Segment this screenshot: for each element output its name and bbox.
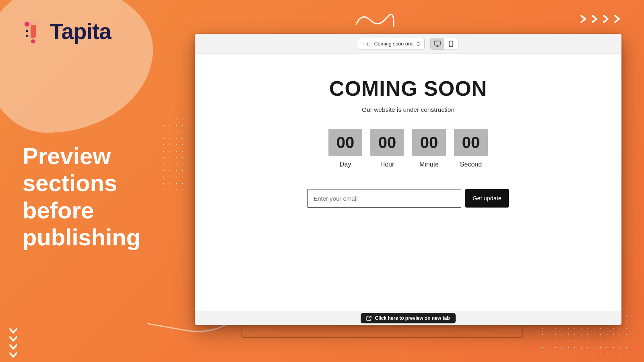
promo-headline: Preview sections before publishing — [23, 142, 175, 251]
page-title: COMING SOON — [195, 76, 621, 101]
countdown-second: 00 Second — [454, 129, 488, 168]
countdown-label: Day — [328, 161, 362, 168]
countdown-value: 00 — [328, 129, 362, 156]
preview-toolbar: Tpt - Coming soon one — [195, 34, 621, 54]
countdown-minute: 00 Minute — [412, 129, 446, 168]
get-update-button[interactable]: Get update — [465, 189, 509, 208]
countdown: 00 Day 00 Hour 00 Minute 00 Second — [195, 129, 621, 168]
external-link-icon — [366, 316, 372, 321]
chevrons-down-decoration — [9, 327, 18, 359]
preview-window: Tpt - Coming soon one — [195, 34, 621, 325]
device-desktop-button[interactable] — [431, 38, 444, 49]
svg-point-2 — [25, 22, 29, 27]
svg-point-3 — [31, 39, 35, 43]
mobile-icon — [449, 41, 453, 47]
desktop-icon — [434, 41, 441, 47]
svg-point-4 — [26, 30, 28, 32]
svg-rect-6 — [434, 41, 440, 45]
countdown-label: Minute — [412, 161, 446, 168]
open-preview-new-tab-button[interactable]: Click here to preview on new tab — [361, 313, 455, 323]
open-preview-label: Click here to preview on new tab — [375, 315, 450, 321]
signup-row: Get update — [195, 189, 621, 208]
countdown-label: Hour — [370, 161, 404, 168]
countdown-value: 00 — [412, 129, 446, 156]
countdown-value: 00 — [454, 129, 488, 156]
brand-name: Tapita — [50, 19, 111, 44]
countdown-day: 00 Day — [328, 129, 362, 168]
brand-logo: Tapita — [22, 19, 111, 44]
preview-canvas: COMING SOON Our website is under constru… — [195, 54, 621, 325]
svg-rect-1 — [31, 20, 43, 25]
coming-soon-section: COMING SOON Our website is under constru… — [195, 54, 621, 208]
preview-footer-bar: Click here to preview on new tab — [195, 311, 621, 325]
svg-point-5 — [26, 35, 28, 37]
squiggle-decoration — [354, 8, 394, 32]
promo-stage: Tapita Preview sections before publishin… — [0, 0, 644, 362]
countdown-value: 00 — [370, 129, 404, 156]
email-input[interactable] — [308, 189, 461, 208]
device-toggle — [430, 38, 458, 50]
device-mobile-button[interactable] — [444, 38, 458, 49]
brand-mark-icon — [22, 19, 43, 44]
select-caret-icon — [416, 41, 420, 47]
template-selector-label: Tpt - Coming soon one — [362, 41, 413, 47]
page-subtitle: Our website is under construction — [195, 106, 621, 113]
svg-point-8 — [451, 45, 452, 46]
template-selector[interactable]: Tpt - Coming soon one — [358, 38, 424, 50]
countdown-hour: 00 Hour — [370, 129, 404, 168]
countdown-label: Second — [454, 161, 488, 168]
chevrons-right-decoration — [580, 14, 621, 23]
